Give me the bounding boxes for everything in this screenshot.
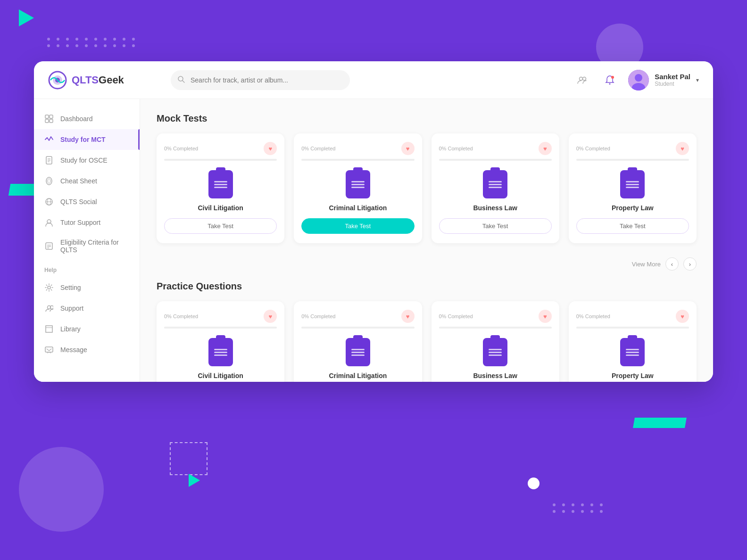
eligibility-icon [44, 241, 54, 251]
card-icon-line-1 [626, 181, 639, 182]
main-content: Mock Tests 0% Completed ♥ Civil Litigati… [140, 99, 713, 382]
app-body: Dashboard Study for MCT [34, 99, 713, 382]
card-title: Criminal Litigation [301, 204, 414, 212]
card-property-law-2: 0% Completed ♥ Property Law Take Test [569, 301, 697, 382]
user-avatar-wrap[interactable]: Sanket Pal Student ▾ [628, 70, 699, 91]
sidebar-item-qlts-social[interactable]: QLTS Social [34, 191, 140, 212]
dropdown-arrow-icon: ▾ [696, 77, 699, 83]
card-icon-line-2 [626, 184, 639, 185]
svg-point-8 [611, 76, 614, 79]
card-top: 0% Completed ♥ [439, 142, 552, 155]
sidebar-item-eligibility[interactable]: Eligibility Criteria for QLTS [34, 233, 140, 259]
card-icon-line-1 [214, 181, 227, 182]
sidebar-label-library: Library [60, 325, 81, 333]
sidebar-item-library[interactable]: Library [34, 319, 140, 339]
card-icon [483, 338, 507, 366]
completed-text: 0% Completed [576, 146, 610, 151]
svg-point-20 [46, 177, 52, 185]
progress-bar-wrap [164, 159, 277, 161]
mock-tests-next-btn[interactable]: › [683, 257, 697, 271]
card-icon-line-3 [351, 354, 365, 356]
svg-rect-13 [50, 115, 53, 118]
card-icon-wrap [576, 170, 689, 198]
sidebar-label-qlts-social: QLTS Social [60, 198, 97, 206]
heart-btn[interactable]: ♥ [676, 142, 689, 155]
sidebar-label-setting: Setting [60, 284, 81, 291]
heart-btn[interactable]: ♥ [676, 310, 689, 323]
take-test-btn[interactable]: Take Test [576, 218, 689, 234]
heart-btn[interactable]: ♥ [539, 310, 552, 323]
heart-btn[interactable]: ♥ [401, 310, 415, 323]
completed-text: 0% Completed [576, 313, 610, 319]
notification-icon-btn[interactable] [601, 71, 619, 89]
sidebar-label-study-mct: Study for MCT [60, 136, 106, 143]
practice-questions-grid: 0% Completed ♥ Civil Litigation Take Tes… [157, 301, 697, 382]
completed-text: 0% Completed [439, 313, 473, 319]
card-title: Civil Litigation [164, 372, 277, 379]
sidebar-item-setting[interactable]: Setting [34, 277, 140, 298]
completed-text: 0% Completed [164, 146, 198, 151]
bg-circle-4 [528, 478, 540, 489]
library-icon [44, 324, 54, 334]
svg-rect-26 [46, 243, 52, 249]
card-icon-line-3 [489, 354, 502, 356]
mock-tests-prev-btn[interactable]: ‹ [665, 257, 679, 271]
card-top: 0% Completed ♥ [301, 142, 414, 155]
search-input[interactable] [171, 70, 350, 90]
card-civil-litigation-2: 0% Completed ♥ Civil Litigation Take Tes… [157, 301, 284, 382]
card-icon [346, 338, 370, 366]
mock-tests-view-more[interactable]: View More [632, 261, 661, 268]
sidebar-item-message[interactable]: Message [34, 339, 140, 360]
mock-tests-grid: 0% Completed ♥ Civil Litigation Take Tes… [157, 133, 697, 243]
card-property-law-1: 0% Completed ♥ Property Law Take Test [569, 133, 697, 243]
card-icon-wrap [439, 170, 552, 198]
card-criminal-litigation-1: 0% Completed ♥ Criminal Litigation Take … [294, 133, 422, 243]
completed-text: 0% Completed [301, 146, 335, 151]
practice-questions-header: Practice Questions [157, 281, 697, 292]
svg-point-5 [580, 77, 583, 80]
svg-point-6 [583, 77, 586, 80]
heart-btn[interactable]: ♥ [539, 142, 552, 155]
take-test-btn[interactable]: Take Test [301, 218, 414, 234]
card-top: 0% Completed ♥ [576, 310, 689, 323]
users-icon-btn[interactable] [573, 71, 591, 89]
sidebar-item-tutor-support[interactable]: Tutor Support [34, 212, 140, 233]
sidebar-item-dashboard[interactable]: Dashboard [34, 108, 140, 129]
cursor-play-icon [189, 474, 200, 487]
sidebar-item-cheat-sheet[interactable]: Cheat Sheet [34, 171, 140, 191]
study-osce-icon [44, 156, 54, 165]
svg-point-30 [48, 286, 50, 289]
tutor-support-icon [44, 218, 54, 227]
sidebar-label-tutor-support: Tutor Support [60, 219, 100, 226]
card-icon-wrap [164, 170, 277, 198]
card-title: Property Law [576, 204, 689, 212]
cheat-sheet-icon [44, 176, 54, 186]
sidebar-item-study-mct[interactable]: Study for MCT [34, 129, 140, 150]
card-title: Business Law [439, 372, 552, 379]
card-icon-wrap [301, 338, 414, 366]
sidebar-item-support[interactable]: Support [34, 298, 140, 319]
card-civil-litigation-1: 0% Completed ♥ Civil Litigation Take Tes… [157, 133, 284, 243]
user-info: Sanket Pal Student [655, 73, 690, 87]
heart-btn[interactable]: ♥ [264, 142, 277, 155]
message-icon [44, 345, 54, 354]
take-test-btn[interactable]: Take Test [164, 218, 277, 234]
sidebar-label-study-osce: Study for OSCE [60, 156, 108, 164]
heart-btn[interactable]: ♥ [264, 310, 277, 323]
app-container: QLTSGeek [34, 61, 713, 382]
sidebar-item-study-osce[interactable]: Study for OSCE [34, 150, 140, 171]
card-icon [620, 338, 645, 366]
card-icon-line-1 [214, 349, 227, 350]
card-icon-line-3 [214, 187, 227, 188]
svg-point-10 [635, 74, 642, 82]
svg-point-7 [609, 83, 611, 84]
card-top: 0% Completed ♥ [576, 142, 689, 155]
card-icon-line-3 [626, 354, 639, 356]
take-test-btn[interactable]: Take Test [439, 218, 552, 234]
svg-rect-15 [50, 119, 53, 123]
bg-dots-1 [47, 38, 138, 47]
heart-btn[interactable]: ♥ [401, 142, 415, 155]
completed-text: 0% Completed [164, 313, 198, 319]
card-icon-wrap [301, 170, 414, 198]
header: QLTSGeek [34, 61, 713, 99]
